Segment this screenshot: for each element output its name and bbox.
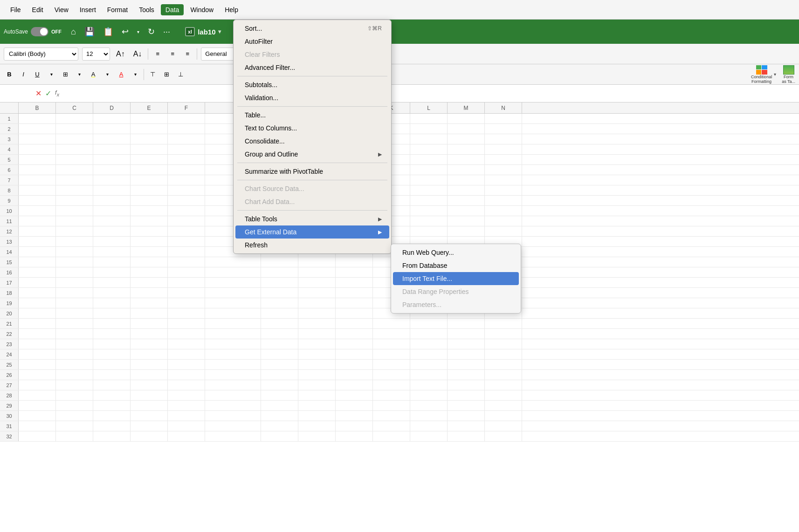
grid-cell[interactable] bbox=[485, 175, 522, 185]
grid-cell[interactable] bbox=[205, 319, 261, 328]
grid-cell[interactable] bbox=[448, 165, 485, 175]
grid-cell[interactable] bbox=[168, 267, 205, 277]
grid-cell[interactable] bbox=[298, 288, 336, 298]
grid-cell[interactable] bbox=[131, 267, 168, 277]
grid-cell[interactable] bbox=[168, 339, 205, 349]
grid-cell[interactable] bbox=[93, 360, 131, 369]
grid-cell[interactable] bbox=[261, 401, 298, 410]
grid-cell[interactable] bbox=[485, 165, 522, 175]
grid-cell[interactable] bbox=[93, 124, 131, 134]
grid-cell[interactable] bbox=[19, 288, 56, 298]
col-header-e[interactable]: E bbox=[131, 102, 168, 113]
menu-table-tools[interactable]: Table Tools ▶ bbox=[235, 212, 389, 225]
grid-cell[interactable] bbox=[93, 278, 131, 287]
grid-cell[interactable] bbox=[19, 196, 56, 205]
grid-cell[interactable] bbox=[373, 329, 410, 339]
fill-color-button[interactable]: A bbox=[88, 68, 99, 81]
grid-cell[interactable] bbox=[410, 360, 448, 369]
grid-cell[interactable] bbox=[168, 247, 205, 257]
menu-data[interactable]: Data bbox=[161, 4, 184, 15]
grid-cell[interactable] bbox=[410, 226, 448, 236]
grid-cell[interactable] bbox=[56, 431, 93, 441]
grid-cell[interactable] bbox=[485, 226, 522, 236]
col-header-d[interactable]: D bbox=[93, 102, 131, 113]
grid-cell[interactable] bbox=[205, 339, 261, 349]
menu-get-external-data[interactable]: Get External Data ▶ bbox=[235, 225, 389, 239]
grid-cell[interactable] bbox=[168, 165, 205, 175]
col-header-m[interactable]: M bbox=[448, 102, 485, 113]
grid-cell[interactable] bbox=[205, 257, 261, 267]
align-top-button[interactable]: ⊤ bbox=[147, 68, 158, 81]
align-right-button[interactable]: ≡ bbox=[182, 48, 193, 61]
grid-cell[interactable] bbox=[93, 329, 131, 339]
grid-cell[interactable] bbox=[19, 144, 56, 154]
grid-cell[interactable] bbox=[93, 411, 131, 421]
grid-cell[interactable] bbox=[168, 349, 205, 359]
grid-cell[interactable] bbox=[448, 360, 485, 369]
grid-cell[interactable] bbox=[131, 288, 168, 298]
save-button[interactable]: 💾 bbox=[82, 25, 97, 39]
grid-cell[interactable] bbox=[336, 288, 373, 298]
grid-cell[interactable] bbox=[131, 124, 168, 134]
menu-help[interactable]: Help bbox=[220, 4, 243, 15]
cancel-formula-button[interactable]: ✕ bbox=[35, 89, 41, 98]
grid-cell[interactable] bbox=[298, 319, 336, 328]
grid-cell[interactable] bbox=[168, 114, 205, 123]
formula-input[interactable] bbox=[63, 90, 795, 97]
grid-cell[interactable] bbox=[485, 339, 522, 349]
grid-cell[interactable] bbox=[56, 370, 93, 380]
grid-cell[interactable] bbox=[131, 175, 168, 185]
align-vmid-button[interactable]: ⊞ bbox=[161, 68, 172, 81]
grid-cell[interactable] bbox=[298, 278, 336, 287]
grid-cell[interactable] bbox=[485, 349, 522, 359]
grid-cell[interactable] bbox=[56, 155, 93, 164]
grid-cell[interactable] bbox=[131, 278, 168, 287]
grid-cell[interactable] bbox=[410, 144, 448, 154]
grid-cell[interactable] bbox=[93, 380, 131, 390]
grid-cell[interactable] bbox=[448, 226, 485, 236]
grid-cell[interactable] bbox=[448, 206, 485, 216]
grid-cell[interactable] bbox=[93, 370, 131, 380]
grid-cell[interactable] bbox=[410, 165, 448, 175]
grid-cell[interactable] bbox=[336, 370, 373, 380]
grid-cell[interactable] bbox=[56, 349, 93, 359]
grid-cell[interactable] bbox=[205, 298, 261, 308]
grid-cell[interactable] bbox=[168, 319, 205, 328]
grid-cell[interactable] bbox=[448, 144, 485, 154]
grid-cell[interactable] bbox=[261, 278, 298, 287]
grid-cell[interactable] bbox=[93, 196, 131, 205]
grid-cell[interactable] bbox=[205, 411, 261, 421]
grid-cell[interactable] bbox=[336, 360, 373, 369]
grid-cell[interactable] bbox=[56, 319, 93, 328]
grid-cell[interactable] bbox=[205, 288, 261, 298]
grid-cell[interactable] bbox=[56, 339, 93, 349]
grid-cell[interactable] bbox=[56, 216, 93, 226]
menu-group-outline[interactable]: Group and Outline ▶ bbox=[235, 148, 389, 161]
italic-button[interactable]: I bbox=[18, 68, 29, 81]
menu-table[interactable]: Table... bbox=[235, 109, 389, 122]
grid-cell[interactable] bbox=[410, 196, 448, 205]
grid-cell[interactable] bbox=[298, 390, 336, 400]
grid-cell[interactable] bbox=[131, 319, 168, 328]
grid-cell[interactable] bbox=[410, 380, 448, 390]
grid-cell[interactable] bbox=[261, 431, 298, 441]
grid-cell[interactable] bbox=[373, 370, 410, 380]
grid-cell[interactable] bbox=[56, 144, 93, 154]
menu-refresh[interactable]: Refresh bbox=[235, 239, 389, 252]
grid-cell[interactable] bbox=[93, 175, 131, 185]
grid-cell[interactable] bbox=[261, 288, 298, 298]
grid-cell[interactable] bbox=[19, 380, 56, 390]
grid-cell[interactable] bbox=[448, 124, 485, 134]
grid-cell[interactable] bbox=[261, 257, 298, 267]
grid-cell[interactable] bbox=[298, 267, 336, 277]
grid-cell[interactable] bbox=[168, 431, 205, 441]
grid-cell[interactable] bbox=[168, 124, 205, 134]
grid-cell[interactable] bbox=[93, 247, 131, 257]
menu-validation[interactable]: Validation... bbox=[235, 91, 389, 104]
grid-cell[interactable] bbox=[298, 298, 336, 308]
grid-cell[interactable] bbox=[93, 319, 131, 328]
grid-cell[interactable] bbox=[56, 175, 93, 185]
grid-cell[interactable] bbox=[261, 319, 298, 328]
menu-sort[interactable]: Sort... ⇧⌘R bbox=[235, 22, 389, 35]
grid-cell[interactable] bbox=[131, 144, 168, 154]
